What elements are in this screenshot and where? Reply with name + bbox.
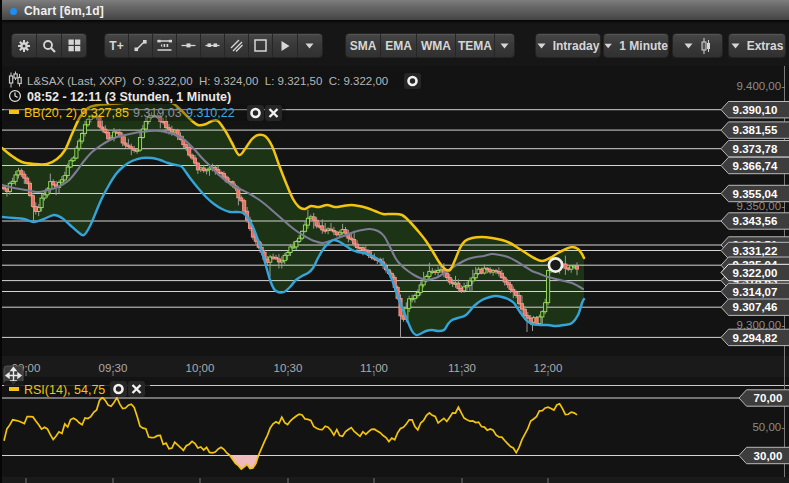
svg-text:9.331,22: 9.331,22 <box>733 245 778 257</box>
svg-text:9.366,74: 9.366,74 <box>733 160 778 172</box>
svg-text:9.307,46: 9.307,46 <box>733 301 778 313</box>
svg-text:70,00: 70,00 <box>754 392 783 404</box>
svg-text:9.400,00-: 9.400,00- <box>736 80 785 92</box>
svg-text:9.322,00: 9.322,00 <box>733 267 778 279</box>
svg-text:08:52 - 12:11 (3 Stunden, 1 Mi: 08:52 - 12:11 (3 Stunden, 1 Minute) <box>27 90 231 104</box>
svg-text:30,00: 30,00 <box>754 450 783 462</box>
svg-text:9.314,07: 9.314,07 <box>733 286 778 298</box>
svg-text:9.373,78: 9.373,78 <box>733 143 778 155</box>
svg-text:9.310,22: 9.310,22 <box>186 106 235 120</box>
svg-text:9.381,55: 9.381,55 <box>733 124 778 136</box>
svg-text:9.390,10: 9.390,10 <box>733 104 778 116</box>
svg-text:9.294,82: 9.294,82 <box>733 332 778 344</box>
svg-text:RSI(14), 54,75: RSI(14), 54,75 <box>24 383 105 397</box>
svg-text:9.319,03: 9.319,03 <box>133 106 182 120</box>
svg-text:9.343,56: 9.343,56 <box>733 215 778 227</box>
svg-text:50,00-: 50,00- <box>752 421 785 433</box>
svg-text:9.355,04: 9.355,04 <box>733 188 778 200</box>
svg-text:BB(20, 2) 9.327,85: BB(20, 2) 9.327,85 <box>24 106 129 120</box>
svg-text:L&SAX (Last, XXP) O: 9.322,00: L&SAX (Last, XXP) O: 9.322,00 H: 9.324,0… <box>27 75 388 87</box>
